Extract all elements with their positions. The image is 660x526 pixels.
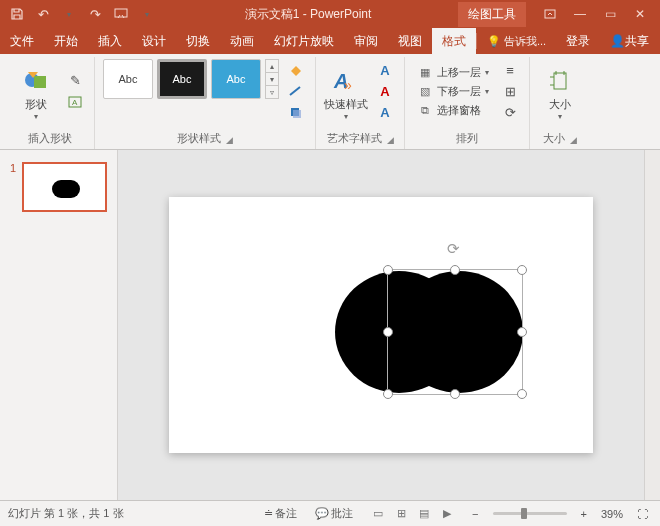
- bulb-icon: 💡: [487, 35, 501, 48]
- rotate-handle[interactable]: ⟳: [447, 240, 463, 256]
- slide[interactable]: ⟳: [169, 197, 593, 453]
- text-fill-icon[interactable]: A: [374, 60, 396, 80]
- group-shape-styles: Abc Abc Abc ▴▾▿ 形状样式◢: [95, 57, 316, 149]
- resize-handle[interactable]: [383, 265, 393, 275]
- zoom-level[interactable]: 39%: [601, 508, 623, 520]
- svg-rect-10: [554, 73, 566, 89]
- context-tool-label: 绘图工具: [458, 2, 526, 27]
- text-effects-icon[interactable]: A: [374, 102, 396, 122]
- svg-text:A: A: [72, 98, 78, 107]
- text-outline-icon[interactable]: A: [374, 81, 396, 101]
- restore-icon[interactable]: ▭: [596, 4, 624, 24]
- undo-icon[interactable]: ↶: [32, 3, 54, 25]
- slide-count-label: 幻灯片 第 1 张，共 1 张: [8, 506, 124, 521]
- style-preset-1[interactable]: Abc: [103, 59, 153, 99]
- group-label: 排列: [456, 129, 478, 149]
- thumb-shape-preview: [52, 180, 80, 198]
- zoom-slider-thumb[interactable]: [521, 508, 527, 519]
- size-icon: [548, 64, 572, 98]
- shape-outline-icon[interactable]: [285, 81, 307, 101]
- qat-customize-icon[interactable]: ▾: [136, 4, 158, 26]
- style-preset-2[interactable]: Abc: [157, 59, 207, 99]
- svg-rect-0: [115, 9, 127, 17]
- selection-bounds: ⟳: [387, 269, 523, 395]
- group-label: 大小◢: [543, 129, 577, 149]
- close-icon[interactable]: ✕: [626, 4, 654, 24]
- slide-thumbnail-1[interactable]: [22, 162, 107, 212]
- tab-home[interactable]: 开始: [44, 28, 88, 54]
- window-title: 演示文稿1 - PowerPoint: [162, 6, 454, 23]
- resize-handle[interactable]: [517, 327, 527, 337]
- resize-handle[interactable]: [383, 389, 393, 399]
- notes-button[interactable]: ≐ 备注: [260, 504, 301, 523]
- zoom-out-button[interactable]: −: [468, 506, 482, 522]
- dialog-launcher-icon[interactable]: ◢: [570, 135, 577, 145]
- quick-styles-button[interactable]: A» 快速样式▾: [324, 59, 368, 125]
- tab-format[interactable]: 格式: [432, 28, 476, 54]
- svg-text:»: »: [344, 77, 352, 93]
- resize-handle[interactable]: [383, 327, 393, 337]
- tab-file[interactable]: 文件: [0, 28, 44, 54]
- wordart-icon: A»: [332, 64, 360, 98]
- edit-shape-icon[interactable]: ✎: [64, 71, 86, 91]
- resize-handle[interactable]: [450, 265, 460, 275]
- dialog-launcher-icon[interactable]: ◢: [387, 135, 394, 145]
- tell-me-input[interactable]: 💡告诉我...: [477, 28, 556, 54]
- group-wordart: A» 快速样式▾ A A A 艺术字样式◢: [316, 57, 405, 149]
- dialog-launcher-icon[interactable]: ◢: [226, 135, 233, 145]
- resize-handle[interactable]: [517, 265, 527, 275]
- send-backward-button[interactable]: ▧下移一层 ▾: [413, 83, 493, 100]
- ribbon-options-icon[interactable]: [536, 4, 564, 24]
- svg-rect-7: [293, 110, 301, 118]
- undo-more-icon[interactable]: ▾: [58, 4, 80, 26]
- size-button[interactable]: 大小▾: [538, 59, 582, 125]
- selected-shape[interactable]: ⟳: [335, 267, 525, 397]
- group-size: 大小▾ 大小◢: [530, 57, 590, 149]
- shape-fill-icon[interactable]: [285, 60, 307, 80]
- tab-animations[interactable]: 动画: [220, 28, 264, 54]
- tab-view[interactable]: 视图: [388, 28, 432, 54]
- text-box-icon[interactable]: A: [64, 92, 86, 112]
- tab-transitions[interactable]: 切换: [176, 28, 220, 54]
- zoom-slider[interactable]: [493, 512, 567, 515]
- signin-button[interactable]: 登录: [556, 28, 600, 54]
- slideshow-view-icon[interactable]: ▶: [436, 505, 458, 523]
- group-arrange: ▦上移一层 ▾ ▧下移一层 ▾ ⧉选择窗格 ≡ ⊞ ⟳ 排列: [405, 57, 530, 149]
- svg-rect-1: [545, 10, 555, 18]
- resize-handle[interactable]: [517, 389, 527, 399]
- reading-view-icon[interactable]: ▤: [413, 505, 435, 523]
- selection-pane-icon: ⧉: [417, 104, 433, 117]
- share-icon: 👤: [610, 34, 625, 48]
- tab-design[interactable]: 设计: [132, 28, 176, 54]
- share-button[interactable]: 👤 共享: [600, 28, 659, 54]
- tab-insert[interactable]: 插入: [88, 28, 132, 54]
- start-slideshow-icon[interactable]: [110, 3, 132, 25]
- tab-slideshow[interactable]: 幻灯片放映: [264, 28, 344, 54]
- bring-forward-button[interactable]: ▦上移一层 ▾: [413, 64, 493, 81]
- tab-review[interactable]: 审阅: [344, 28, 388, 54]
- shape-effects-icon[interactable]: [285, 102, 307, 122]
- send-backward-icon: ▧: [417, 85, 433, 98]
- shapes-icon: [22, 64, 50, 98]
- vertical-scrollbar[interactable]: [644, 150, 660, 500]
- comments-button[interactable]: 💬 批注: [311, 504, 357, 523]
- style-gallery-more[interactable]: ▴▾▿: [265, 59, 279, 99]
- rotate-icon[interactable]: ⟳: [499, 102, 521, 122]
- slide-canvas-area[interactable]: ⟳: [118, 150, 644, 500]
- group-objects-icon[interactable]: ⊞: [499, 81, 521, 101]
- normal-view-icon[interactable]: ▭: [367, 505, 389, 523]
- sorter-view-icon[interactable]: ⊞: [390, 505, 412, 523]
- save-icon[interactable]: [6, 3, 28, 25]
- group-label: 艺术字样式◢: [327, 129, 394, 149]
- align-icon[interactable]: ≡: [499, 60, 521, 80]
- fit-window-icon[interactable]: ⛶: [633, 506, 652, 522]
- zoom-in-button[interactable]: +: [577, 506, 591, 522]
- group-label: 形状样式◢: [177, 129, 233, 149]
- resize-handle[interactable]: [450, 389, 460, 399]
- group-label: 插入形状: [28, 129, 72, 149]
- minimize-icon[interactable]: —: [566, 4, 594, 24]
- shapes-button[interactable]: 形状▾: [14, 59, 58, 125]
- style-preset-3[interactable]: Abc: [211, 59, 261, 99]
- redo-icon[interactable]: ↷: [84, 3, 106, 25]
- selection-pane-button[interactable]: ⧉选择窗格: [413, 102, 493, 119]
